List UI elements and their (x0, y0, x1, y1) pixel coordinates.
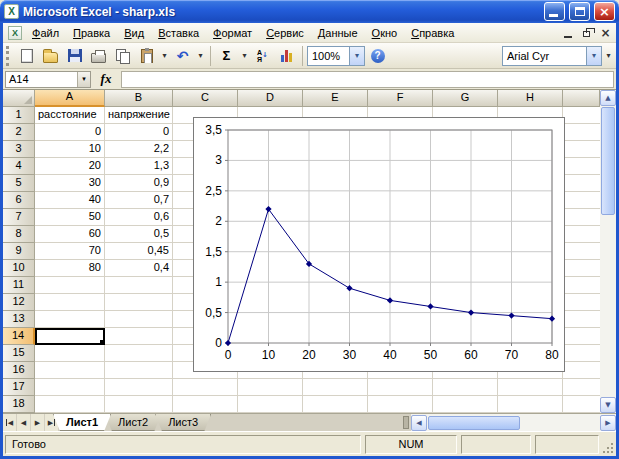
menu-item-9[interactable]: Справка (404, 24, 461, 42)
cell-A9[interactable]: 70 (35, 243, 105, 260)
cell-E18[interactable] (303, 396, 368, 413)
cell-B2[interactable]: 0 (105, 124, 173, 141)
menu-item-1[interactable]: Файл (25, 24, 66, 42)
menu-item-4[interactable]: Вставка (151, 24, 206, 42)
sheet-tab-1[interactable]: Лист1 (53, 414, 111, 431)
row-header-1[interactable]: 1 (3, 107, 35, 124)
close-button[interactable]: × (594, 2, 615, 21)
zoom-dropdown-icon[interactable]: ▾ (349, 47, 364, 65)
row-header-15[interactable]: 15 (3, 345, 35, 362)
scroll-left-button[interactable]: ◀ (411, 415, 427, 431)
column-header-D[interactable]: D (238, 90, 303, 107)
cell-B1[interactable]: напряжение (105, 107, 173, 124)
new-button[interactable] (15, 45, 38, 67)
sort-ascending-button[interactable]: А Я ↓ (251, 45, 274, 67)
cell-A6[interactable]: 40 (35, 192, 105, 209)
menu-item-5[interactable]: Формат (206, 24, 259, 42)
vertical-scroll-track[interactable] (600, 106, 616, 397)
cell-H18[interactable] (498, 396, 563, 413)
cell-B4[interactable]: 1,3 (105, 158, 173, 175)
font-dropdown-icon[interactable]: ▾ (586, 47, 601, 65)
row-header-12[interactable]: 12 (3, 294, 35, 311)
column-header-C[interactable]: C (173, 90, 238, 107)
cell-B7[interactable]: 0,6 (105, 209, 173, 226)
tab-split-handle[interactable] (403, 416, 409, 429)
cell-A10[interactable]: 80 (35, 260, 105, 277)
cell-B18[interactable] (105, 396, 173, 413)
embedded-chart[interactable]: 00,511,522,533,501020304050607080 (193, 117, 565, 372)
paste-dropdown-button[interactable]: ▾ (159, 45, 170, 67)
doc-restore-button[interactable] (578, 25, 595, 40)
column-header-B[interactable]: B (105, 90, 173, 107)
row-header-13[interactable]: 13 (3, 311, 35, 328)
cell-B5[interactable]: 0,9 (105, 175, 173, 192)
vertical-scrollbar[interactable]: ▲ ▼ (600, 90, 616, 413)
cell-A8[interactable]: 60 (35, 226, 105, 243)
row-header-10[interactable]: 10 (3, 260, 35, 277)
row-header-3[interactable]: 3 (3, 141, 35, 158)
row-header-8[interactable]: 8 (3, 226, 35, 243)
row-header-11[interactable]: 11 (3, 277, 35, 294)
name-box[interactable]: A14 ▾ (5, 71, 91, 88)
scroll-down-button[interactable]: ▼ (600, 397, 616, 413)
menu-item-8[interactable]: Окно (365, 24, 405, 42)
cell-A13[interactable] (35, 311, 105, 328)
doc-minimize-button[interactable] (559, 25, 576, 40)
cell-A11[interactable] (35, 277, 105, 294)
next-sheet-button[interactable]: ▶ (31, 414, 45, 431)
cell-B8[interactable]: 0,5 (105, 226, 173, 243)
cell-C17[interactable] (173, 379, 238, 396)
font-select[interactable]: Arial Cyr ▾ (502, 46, 602, 66)
row-header-5[interactable]: 5 (3, 175, 35, 192)
menu-item-2[interactable]: Правка (66, 24, 117, 42)
first-sheet-button[interactable]: ◀ (3, 414, 17, 431)
cell-F18[interactable] (368, 396, 433, 413)
cell-B12[interactable] (105, 294, 173, 311)
insert-function-button[interactable]: fx (94, 71, 118, 88)
help-button[interactable]: ? (366, 45, 389, 67)
cell-A16[interactable] (35, 362, 105, 379)
row-header-7[interactable]: 7 (3, 209, 35, 226)
column-header-E[interactable]: E (303, 90, 368, 107)
scroll-right-button[interactable]: ▶ (600, 415, 616, 431)
row-header-14[interactable]: 14 (3, 328, 35, 345)
menu-item-7[interactable]: Данные (311, 24, 365, 42)
scroll-up-button[interactable]: ▲ (600, 90, 616, 106)
cell-G18[interactable] (433, 396, 498, 413)
cell-B10[interactable]: 0,4 (105, 260, 173, 277)
vertical-scroll-thumb[interactable] (601, 107, 615, 215)
maximize-button[interactable] (569, 2, 590, 21)
cell-A15[interactable] (35, 345, 105, 362)
undo-dropdown-button[interactable]: ▾ (195, 45, 206, 67)
cell-D18[interactable] (238, 396, 303, 413)
row-header-17[interactable]: 17 (3, 379, 35, 396)
paste-button[interactable] (135, 45, 158, 67)
cell-A7[interactable]: 50 (35, 209, 105, 226)
cell-B13[interactable] (105, 311, 173, 328)
cell-A5[interactable]: 30 (35, 175, 105, 192)
cell-E17[interactable] (303, 379, 368, 396)
zoom-select[interactable]: 100% ▾ (307, 46, 365, 66)
name-box-dropdown-icon[interactable]: ▾ (77, 72, 90, 87)
row-header-6[interactable]: 6 (3, 192, 35, 209)
doc-close-button[interactable]: × (597, 25, 614, 40)
column-header-A[interactable]: A (35, 90, 105, 107)
save-button[interactable] (63, 45, 86, 67)
undo-button[interactable]: ↶ (171, 45, 194, 67)
cell-A17[interactable] (35, 379, 105, 396)
sheet-tab-3[interactable]: Лист3 (155, 414, 211, 431)
workbook-icon[interactable]: X (8, 26, 22, 40)
cell-B16[interactable] (105, 362, 173, 379)
prev-sheet-button[interactable]: ◀ (17, 414, 31, 431)
cell-G17[interactable] (433, 379, 498, 396)
cell-B3[interactable]: 2,2 (105, 141, 173, 158)
cell-A12[interactable] (35, 294, 105, 311)
chart-wizard-button[interactable] (275, 45, 298, 67)
cell-F17[interactable] (368, 379, 433, 396)
column-header-F[interactable]: F (368, 90, 433, 107)
toolbar-options-button[interactable]: ▾ (603, 45, 614, 67)
cell-B11[interactable] (105, 277, 173, 294)
cell-B9[interactable]: 0,45 (105, 243, 173, 260)
cell-H17[interactable] (498, 379, 563, 396)
open-button[interactable] (39, 45, 62, 67)
